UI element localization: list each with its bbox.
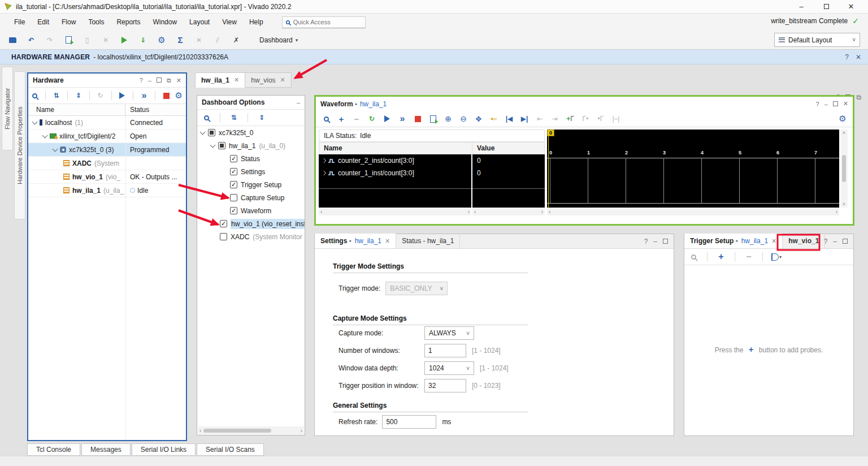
column-name[interactable]: Name <box>319 142 472 154</box>
hardware-row-hw-vio-1[interactable]: hw_vio_1 (vio_ OK - Outputs ... <box>28 170 186 184</box>
wave-horizontal-scrollbar[interactable]: ‹› <box>547 208 839 215</box>
tree-item-trigger-setup[interactable]: Trigger Setup <box>197 178 305 191</box>
add-marker-icon[interactable]: +Γ <box>565 113 576 124</box>
tab-tcl-console[interactable]: Tcl Console <box>27 443 80 456</box>
depth-select[interactable]: 1024 ˅ <box>424 361 474 375</box>
tree-item-capture-setup[interactable]: Capture Setup <box>197 191 305 204</box>
delete-icon[interactable]: ✕ <box>100 34 111 46</box>
expand-all-icon[interactable]: ⇕ <box>76 90 81 101</box>
snap-marker-icon[interactable]: |–| <box>610 113 622 124</box>
add-icon[interactable]: + <box>336 113 347 124</box>
tab-link[interactable]: hw_ila_1 <box>741 237 768 245</box>
maximize-icon[interactable] <box>663 238 668 245</box>
scroll-right-icon[interactable]: › <box>301 428 302 434</box>
help-icon[interactable]: ? <box>816 101 819 107</box>
swap-cursor-icon[interactable]: ⇤ <box>534 113 545 124</box>
layout-selector[interactable]: Default Layout ˅ <box>774 33 860 47</box>
scroll-right-icon[interactable]: › <box>836 209 837 215</box>
slash-icon[interactable]: ⫽ <box>212 34 223 46</box>
capture-mode-select[interactable]: ALWAYS ˅ <box>424 326 474 340</box>
run-trigger-immediate-icon[interactable]: » <box>397 113 408 124</box>
checkbox[interactable] <box>220 220 227 227</box>
scrollbar-thumb[interactable] <box>203 429 271 433</box>
names-horizontal-scrollbar[interactable]: ‹› <box>319 208 471 215</box>
wave-vertical-scrollbar[interactable]: ˄ ˅ <box>840 130 848 208</box>
scroll-left-icon[interactable]: ‹ <box>320 209 322 215</box>
tab-messages[interactable]: Messages <box>81 443 131 456</box>
minimize-button[interactable]: – <box>789 0 814 13</box>
hardware-row-xadc[interactable]: XADC (System <box>28 157 186 170</box>
refresh-input[interactable] <box>382 415 436 429</box>
waveform-title-link[interactable]: hw_ila_1 <box>360 100 387 108</box>
help-icon[interactable]: ? <box>824 238 828 245</box>
stop-trigger-icon[interactable] <box>412 113 423 124</box>
maximize-icon[interactable] <box>843 238 848 245</box>
trigger-cursor[interactable] <box>548 130 549 208</box>
copy-icon[interactable]: ▯ <box>81 34 93 46</box>
flow-navigator-tab[interactable]: Flow Navigator <box>2 67 13 150</box>
hardware-row-device[interactable]: xc7k325t_0 (3) Programmed <box>28 143 186 157</box>
column-status[interactable]: Status <box>125 104 186 115</box>
hardware-device-properties-tab[interactable]: Hardware Device Properties <box>14 71 25 219</box>
tree-item-hw-ila-1[interactable]: hw_ila_1 (u_ila_0) <box>197 139 305 152</box>
collapse-all-icon[interactable]: ⇅ <box>54 90 59 101</box>
minimize-icon[interactable]: – <box>653 238 657 245</box>
close-tab-icon[interactable]: ✕ <box>385 238 390 245</box>
next-window-icon[interactable]: ▶| <box>519 113 530 124</box>
windows-input[interactable] <box>424 344 466 357</box>
scroll-right-icon[interactable]: › <box>541 209 543 215</box>
scrollbar-thumb[interactable] <box>842 155 846 182</box>
remove-icon[interactable]: − <box>351 113 362 124</box>
run-trigger-immediate-icon[interactable]: » <box>141 90 147 101</box>
expander-icon[interactable] <box>322 158 326 163</box>
maximize-icon[interactable] <box>833 101 838 107</box>
toggle-cursor-icon[interactable]: ⇥ <box>549 113 561 124</box>
help-icon[interactable]: ? <box>140 77 143 84</box>
scroll-right-icon[interactable]: › <box>468 209 470 215</box>
maximize-icon[interactable] <box>157 77 162 84</box>
checkbox[interactable] <box>218 142 225 149</box>
cancel-run-icon[interactable]: ✕ <box>193 34 205 46</box>
checkbox[interactable] <box>230 168 237 175</box>
checkbox[interactable] <box>230 155 237 162</box>
banner-close-icon[interactable]: ✕ <box>856 53 861 61</box>
zoom-out-icon[interactable]: ⊖ <box>458 113 469 124</box>
close-tab-icon[interactable]: ✕ <box>771 238 776 245</box>
menu-help[interactable]: Help <box>243 16 270 28</box>
tab-hw-ila-1[interactable]: hw_ila_1 ✕ <box>195 72 245 88</box>
waveform-plot-area[interactable]: 0 1 2 3 4 5 6 7 0 <box>547 130 839 208</box>
close-tab-icon[interactable]: ✕ <box>234 76 239 84</box>
trigger-mode-select[interactable]: BASIC_ONLY ˅ <box>385 282 448 295</box>
close-tab-icon[interactable]: ✕ <box>280 76 285 84</box>
remove-probe-icon[interactable]: − <box>743 251 754 262</box>
hardware-row-localhost[interactable]: localhost (1) Connected <box>28 116 186 130</box>
menu-layout[interactable]: Layout <box>183 16 216 28</box>
checkbox[interactable] <box>230 207 237 214</box>
expander-icon[interactable] <box>53 146 58 152</box>
next-marker-icon[interactable]: •Γ <box>595 113 606 124</box>
tree-item-settings[interactable]: Settings <box>197 165 305 178</box>
scroll-down-icon[interactable]: ˅ <box>843 201 845 207</box>
refresh-icon[interactable]: ↻ <box>97 90 103 101</box>
tree-item-device[interactable]: xc7k325t_0 <box>197 126 305 139</box>
scroll-left-icon[interactable]: ‹ <box>549 209 550 215</box>
checkbox[interactable] <box>208 129 215 136</box>
close-icon[interactable]: ✕ <box>843 100 848 107</box>
quick-access-input[interactable] <box>293 19 355 25</box>
scroll-left-icon[interactable]: ‹ <box>199 428 201 434</box>
hardware-row-target[interactable]: xilinx_tcf/Digilent/2 Open <box>28 130 186 143</box>
menu-view[interactable]: View <box>216 16 243 28</box>
add-probe-icon[interactable]: + <box>715 251 727 262</box>
export-data-icon[interactable] <box>427 113 439 124</box>
tab-serial-io-links[interactable]: Serial I/O Links <box>132 443 196 456</box>
dashboard-dropdown[interactable]: Dashboard ▾ <box>259 36 298 44</box>
tree-item-status[interactable]: Status <box>197 152 305 165</box>
save-icon[interactable] <box>63 34 74 46</box>
tab-hw-vio-1[interactable]: hw_vio_1 <box>783 234 825 248</box>
help-icon[interactable]: ? <box>644 238 648 245</box>
goto-trigger-icon[interactable]: •⌐ <box>488 113 500 124</box>
scroll-left-icon[interactable]: ‹ <box>474 209 476 215</box>
stop-trigger-icon[interactable] <box>163 90 170 101</box>
tab-hw-vios[interactable]: hw_vios ✕ <box>245 72 292 88</box>
expander-icon[interactable] <box>322 171 326 175</box>
